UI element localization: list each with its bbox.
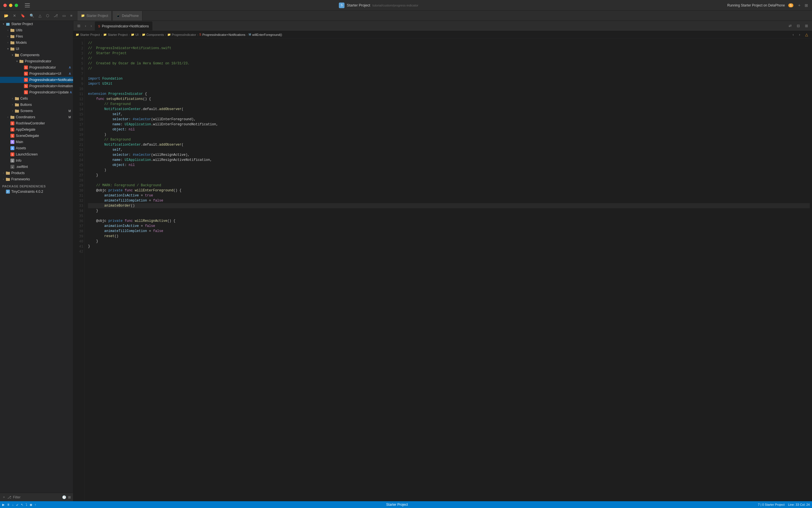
tree-item-frameworks[interactable]: Frameworks — [0, 176, 73, 182]
tree-item-launchscreen[interactable]: SLaunchScreen — [0, 151, 73, 158]
tree-item-utils[interactable]: Utils — [0, 27, 73, 33]
minimize-button[interactable] — [9, 4, 12, 7]
item-icon-launchscreen: S — [10, 152, 15, 157]
tree-item-files[interactable]: Files — [0, 33, 73, 40]
tree-item-main[interactable]: MMain — [0, 139, 73, 145]
item-icon-models — [10, 40, 15, 45]
tree-item-progressindicator-animation[interactable]: SProgressIndicator+AnimationA — [0, 83, 73, 89]
item-label-tinyconstraints: TinyConstraints 4.0.2 — [11, 189, 71, 194]
breadcrumb-starter2[interactable]: 📁 Starter Project — [103, 33, 128, 36]
tree-item-products[interactable]: Products — [0, 170, 73, 176]
status-pause-icon[interactable]: ⏸ — [7, 503, 10, 506]
nav-next-icon[interactable]: › — [797, 31, 802, 38]
breadcrumb-method[interactable]: M willEnterForeground() — [249, 33, 282, 36]
hexagon-icon[interactable]: ⬡ — [44, 12, 51, 19]
tree-item-components[interactable]: Components — [0, 52, 73, 58]
status-continue-icon[interactable]: ⤵ — [26, 503, 27, 506]
svg-text:S: S — [11, 128, 13, 131]
nav-back-icon[interactable]: ‹ — [83, 23, 88, 29]
code-editor[interactable]: 1234567891011121314151617181920212223242… — [73, 38, 812, 501]
tree-item-scenedelegate[interactable]: SSceneDelegate — [0, 133, 73, 139]
grid-icon[interactable]: ⊞ — [68, 495, 71, 499]
warning-nav-icon[interactable]: △ — [804, 31, 810, 38]
code-line-2: // ProgressIndicator+Notifications.swift — [88, 46, 810, 51]
bookmark-icon[interactable]: 🔖 — [19, 12, 27, 19]
status-step-in-icon[interactable]: ↙ — [16, 503, 18, 507]
tree-item-progressindicator-ui[interactable]: SProgressIndicator+UIA — [0, 71, 73, 77]
folder-open-icon[interactable]: 📂 — [2, 12, 10, 19]
titlebar-subtitle: tutorial/custom/progress-indicator — [372, 4, 418, 7]
align-icon[interactable]: ≡ — [69, 12, 74, 19]
tree-item-ui[interactable]: UI — [0, 46, 73, 52]
tree-item-swiftlint[interactable]: ✕.swiftlint — [0, 164, 73, 170]
item-label-swiftlint: .swiftlint — [16, 165, 71, 169]
split-horizontal-icon[interactable]: ⇄ — [787, 23, 794, 29]
breadcrumb-progressindicator[interactable]: 📁 ProgressIndicator — [167, 33, 196, 36]
tree-item-info[interactable]: iInfo — [0, 158, 73, 164]
titlebar-toolbar-icons: ＋ ⊞ — [797, 2, 809, 8]
close-tab-icon[interactable]: ✕ — [11, 12, 18, 19]
inspector-icon[interactable]: ⊞ — [803, 23, 810, 29]
line-number-2: 2 — [76, 46, 83, 51]
tree-item-rootviewcontroller[interactable]: SRootViewController — [0, 120, 73, 126]
line-number-5: 5 — [76, 61, 83, 66]
grid-view-icon[interactable]: ⊞ — [76, 23, 82, 29]
tab-starter-project[interactable]: 📁 Starter Project — [78, 11, 112, 20]
tree-item-cells[interactable]: Cells — [0, 95, 73, 101]
active-file-tab[interactable]: S ProgressIndicator+Notifications — [95, 22, 153, 31]
split-vertical-icon[interactable]: ⊟ — [795, 23, 802, 29]
tree-item-assets[interactable]: AAssets — [0, 145, 73, 151]
tree-item-models[interactable]: Models — [0, 40, 73, 46]
breadcrumb-file[interactable]: S ProgressIndicator+Notifications — [199, 33, 245, 36]
add-icon[interactable]: ＋ — [797, 2, 802, 8]
tab-delaphone[interactable]: 📱 DelaPhone — [113, 11, 142, 20]
item-label-progressindicator-notifications: ProgressIndicator+Notifications — [29, 78, 73, 82]
item-label-progressindicator-animation: ProgressIndicator+Animation — [29, 84, 73, 88]
status-share-icon[interactable]: ↑ — [35, 503, 36, 506]
layout-icon[interactable]: ⊞ — [804, 3, 809, 8]
tree-item-starter-root[interactable]: Starter Project — [0, 21, 73, 27]
status-breakpoint-icon[interactable]: ◉ — [30, 503, 33, 507]
code-content[interactable]: //// ProgressIndicator+Notifications.swi… — [85, 38, 812, 501]
status-step-out-icon[interactable]: ↖ — [21, 503, 24, 507]
item-label-scenedelegate: SceneDelegate — [16, 134, 71, 138]
tree-item-buttons[interactable]: Buttons — [0, 101, 73, 108]
item-label-models: Models — [16, 41, 71, 45]
clock-icon[interactable]: 🕐 — [62, 495, 66, 499]
code-line-35 — [88, 213, 810, 218]
breadcrumb-starter1[interactable]: 📁 Starter Project — [76, 33, 100, 36]
tree-item-progressindicator-update[interactable]: SProgressIndicator+UpdateA — [0, 89, 73, 95]
git-icon[interactable]: ⎇ — [52, 12, 59, 19]
status-debug-icon[interactable]: ▶ — [2, 503, 4, 507]
maximize-button[interactable] — [15, 4, 18, 7]
code-line-29: // MARK: Foreground / Background — [88, 183, 810, 188]
code-line-42 — [88, 249, 810, 254]
warning-badge[interactable]: 5 — [788, 3, 794, 7]
nav-prev-icon[interactable]: ‹ — [791, 31, 795, 38]
tree-item-screens[interactable]: ScreensM — [0, 108, 73, 114]
search-icon[interactable]: 🔍 — [28, 12, 36, 19]
status-step-over-icon[interactable]: ↓ — [12, 503, 14, 506]
code-line-19: ) — [88, 132, 810, 137]
item-icon-progressindicator-update: S — [24, 90, 28, 94]
rect-icon[interactable]: ▭ — [61, 12, 67, 19]
close-button[interactable] — [3, 4, 7, 7]
tree-item-progressindicator[interactable]: SProgressIndicatorA — [0, 65, 73, 71]
line-number-17: 17 — [76, 122, 83, 127]
sidebar-toggle-button[interactable] — [25, 3, 30, 7]
tree-item-coordinators[interactable]: CoordinatorsM — [0, 114, 73, 120]
warning-icon[interactable]: △ — [37, 12, 43, 19]
bc-icon3: 📁 — [131, 33, 134, 36]
breadcrumb-components[interactable]: 📁 Components — [142, 33, 164, 36]
tree-item-progressindicator-notifications[interactable]: SProgressIndicator+NotificationsA — [0, 77, 73, 83]
nav-forward-icon[interactable]: › — [89, 23, 93, 29]
chevron-files — [6, 34, 10, 39]
breadcrumb-ui[interactable]: 📁 UI — [131, 33, 139, 36]
tree-item-progressindicator-folder[interactable]: ProgressIndicator — [0, 58, 73, 65]
add-file-icon[interactable]: ＋ — [2, 495, 6, 500]
tree-item-appdelegate[interactable]: SAppDelegate — [0, 126, 73, 133]
code-line-31: animationIsActive = true — [88, 193, 810, 198]
git-branch-icon[interactable]: ⎇ — [7, 495, 11, 499]
line-number-23: 23 — [76, 153, 83, 158]
tree-item-tinyconstraints[interactable]: PTinyConstraints 4.0.2 — [0, 188, 73, 195]
